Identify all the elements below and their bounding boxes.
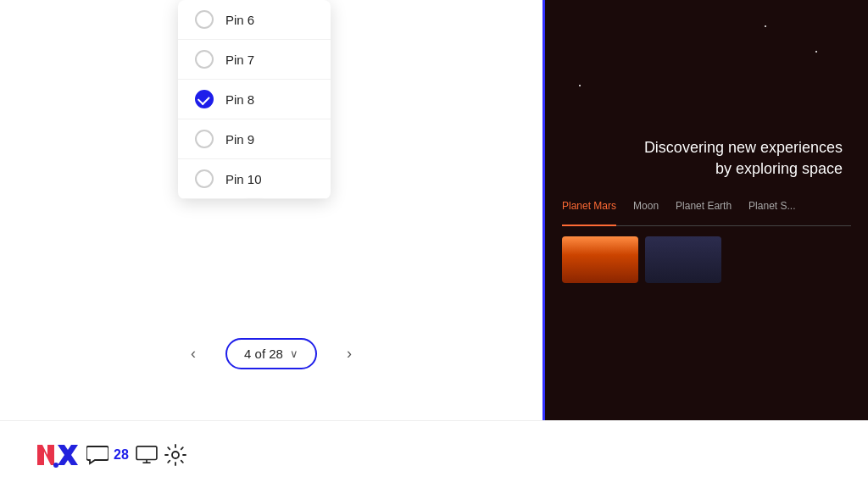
preview-images <box>562 236 851 283</box>
monitor-button[interactable] <box>136 446 158 464</box>
settings-button[interactable] <box>164 444 186 466</box>
bottom-toolbar: 28 <box>0 420 868 488</box>
svg-point-0 <box>53 463 58 468</box>
chat-icon <box>86 445 108 465</box>
pin-7-label: Pin 7 <box>225 53 254 67</box>
svg-rect-1 <box>136 446 157 459</box>
tab-planet-earth[interactable]: Planet Earth <box>676 200 732 219</box>
mx-logo-icon <box>34 440 78 470</box>
star-2 <box>765 25 766 27</box>
pin-7-item[interactable]: Pin 7 <box>178 40 331 80</box>
next-arrow[interactable]: › <box>334 339 364 369</box>
tab-planet-mars[interactable]: Planet Mars <box>562 200 616 226</box>
star-3 <box>579 85 581 86</box>
pin-dropdown: Pin 6 Pin 7 Pin 8 Pin 9 <box>178 0 331 199</box>
prev-arrow[interactable]: ‹ <box>178 339 209 369</box>
pin-8-label: Pin 8 <box>225 92 254 107</box>
right-preview-panel: Discovering new experiencesby exploring … <box>542 0 868 420</box>
page-indicator[interactable]: 4 of 28 ∨ <box>225 338 317 369</box>
pin-7-radio[interactable] <box>195 50 214 69</box>
monitor-icon <box>136 446 158 464</box>
pin-8-item[interactable]: Pin 8 <box>178 80 331 119</box>
nav-controls: ‹ 4 of 28 ∨ › <box>0 338 542 369</box>
pin-10-label: Pin 10 <box>225 172 262 186</box>
pin-6-item[interactable]: Pin 6 <box>178 0 331 40</box>
thumb-space <box>645 236 721 283</box>
pin-8-radio[interactable] <box>195 90 214 108</box>
main-container: Pin 6 Pin 7 Pin 8 Pin 9 <box>0 0 868 488</box>
chat-count: 28 <box>114 447 129 463</box>
page-display: 4 of 28 <box>244 347 283 361</box>
content-area: Pin 6 Pin 7 Pin 8 Pin 9 <box>0 0 868 420</box>
svg-point-4 <box>172 452 179 458</box>
gear-icon <box>164 444 186 466</box>
pin-9-label: Pin 9 <box>225 132 254 147</box>
chevron-down-icon: ∨ <box>290 347 298 360</box>
toolbar-logo[interactable] <box>34 440 78 470</box>
tab-planet-s[interactable]: Planet S... <box>748 200 795 219</box>
pin-9-radio[interactable] <box>195 130 214 148</box>
left-panel: Pin 6 Pin 7 Pin 8 Pin 9 <box>0 0 542 420</box>
pin-10-radio[interactable] <box>195 169 214 188</box>
thumb-mars <box>562 236 638 283</box>
pin-9-item[interactable]: Pin 9 <box>178 119 331 159</box>
toolbar-left-spacer: 28 <box>34 440 576 470</box>
chat-button[interactable]: 28 <box>86 445 129 465</box>
preview-headline: Discovering new experiencesby exploring … <box>562 137 851 180</box>
pin-10-item[interactable]: Pin 10 <box>178 159 331 199</box>
preview-content: Discovering new experiencesby exploring … <box>545 0 868 420</box>
tab-moon[interactable]: Moon <box>633 200 659 219</box>
preview-tabs: Planet Mars Moon Planet Earth Planet S..… <box>562 200 851 226</box>
pin-6-label: Pin 6 <box>225 13 254 27</box>
pin-6-radio[interactable] <box>195 10 214 29</box>
star-1 <box>815 51 817 53</box>
